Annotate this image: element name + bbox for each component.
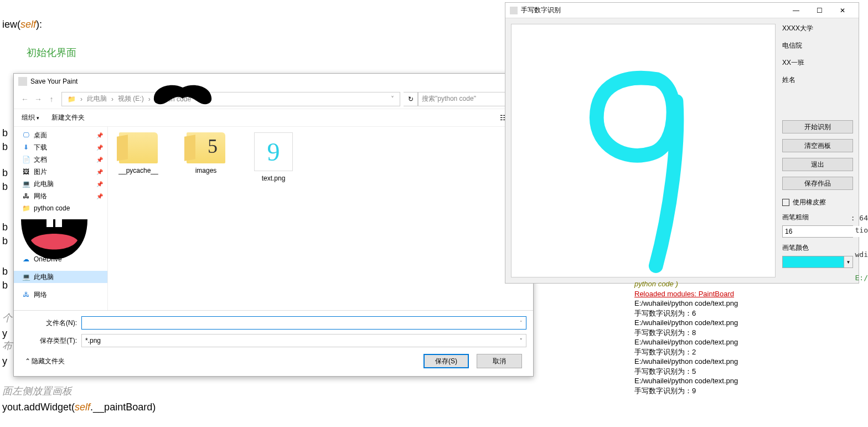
thickness-label: 画笔粗细	[782, 213, 853, 222]
sidebar-item-onedrive[interactable]: ☁OneDrive	[14, 253, 107, 265]
recognize-button[interactable]: 开始识别	[782, 120, 853, 133]
color-swatch	[783, 256, 844, 267]
exit-button[interactable]: 退出	[782, 158, 853, 171]
sidebar-item-thispc2[interactable]: 💻此电脑	[14, 271, 107, 283]
dialog-title: Save Your Paint	[30, 78, 78, 85]
console-line: 手写数字识别为：2	[634, 347, 867, 357]
clear-button[interactable]: 清空画板	[782, 139, 853, 152]
save-button[interactable]: 保存(S)	[423, 354, 469, 368]
code-frag: iew(	[2, 19, 20, 30]
edge-text: tio	[855, 226, 868, 234]
control-panel: XXXX大学 电信院 XX一班 姓名 开始识别 清空画板 退出 保存作品 使用橡…	[782, 24, 853, 277]
console-line: E:/wuhailei/python code/text.png	[634, 318, 867, 328]
pin-icon: 📌	[96, 193, 103, 199]
folder-item[interactable]: __pycache__	[113, 132, 163, 174]
label-name: 姓名	[782, 75, 853, 85]
sidebar-item-network[interactable]: 🖧网络📌	[14, 190, 107, 202]
code-self: self	[20, 19, 36, 30]
organize-menu[interactable]: 组织	[22, 113, 39, 122]
save-dialog: Save Your Paint ✕ ← → ↑ 📁 ›此电脑 ›视频 (E:) …	[13, 73, 534, 377]
filetype-label: 保存类型(T):	[20, 336, 81, 346]
sidebar: 🖵桌面📌 ⬇下载📌 📄文档📌 🖼图片📌 💻此电脑📌 🖧网络📌 📁python c…	[14, 127, 108, 310]
back-icon[interactable]: ←	[18, 92, 32, 106]
search-placeholder: 搜索"python code"	[422, 94, 476, 104]
console-line: 手写数字识别为：5	[634, 367, 867, 377]
code-frag: .__paintBoard)	[90, 402, 156, 413]
code-comment: 初始化界面	[2, 33, 459, 61]
color-label: 画笔颜色	[782, 243, 853, 253]
paint-canvas[interactable]	[511, 24, 776, 277]
recognition-window: 手写数字识别 — ☐ ✕ XXXX大学 电信院 XX一班 姓名 开始识别 清空画…	[505, 2, 859, 284]
sidebar-item-desktop[interactable]: 🖵桌面📌	[14, 129, 107, 141]
code-frag: ):	[36, 19, 42, 30]
filename-input[interactable]: ˅	[81, 316, 526, 330]
sidebar-item-network2[interactable]: 🖧网络	[14, 289, 107, 301]
new-folder-button[interactable]: 新建文件夹	[51, 113, 85, 122]
label-university: XXXX大学	[782, 24, 853, 33]
app-icon	[18, 77, 27, 86]
label-college: 电信院	[782, 41, 853, 50]
console-line: Reloaded modules: PaintBoard	[634, 289, 867, 299]
folder-item[interactable]: images	[181, 132, 231, 174]
code-comment: 面左侧放置画板	[2, 383, 156, 399]
console-line: E:/wuhailei/python code/text.png	[634, 299, 867, 308]
save-paint-button[interactable]: 保存作品	[782, 177, 853, 190]
sidebar-item-documents[interactable]: 📄文档📌	[14, 153, 107, 166]
crumb[interactable]: python code	[155, 95, 191, 103]
window-title: 手写数字识别	[521, 6, 561, 15]
pin-icon: 📌	[96, 132, 103, 138]
filename-label: 文件名(N):	[20, 318, 81, 328]
file-item[interactable]: 9text.png	[249, 132, 298, 182]
refresh-icon[interactable]: ↻	[404, 92, 418, 106]
cancel-button[interactable]: 取消	[477, 354, 522, 368]
console-output: python code ) Reloaded modules: PaintBoa…	[634, 279, 867, 396]
crumb[interactable]: 视频 (E:)	[118, 94, 144, 104]
eraser-checkbox[interactable]: 使用橡皮擦	[782, 198, 853, 207]
edge-text: wdi	[855, 250, 868, 259]
pin-icon: 📌	[96, 145, 103, 151]
minimize-icon[interactable]: —	[784, 4, 808, 17]
label-class: XX一班	[782, 58, 853, 68]
toolbar: 组织 新建文件夹 ☷ ▾ ?	[14, 109, 533, 127]
breadcrumb[interactable]: 📁 ›此电脑 ›视频 (E:) ›python code › ˅	[61, 92, 400, 106]
nav-bar: ← → ↑ 📁 ›此电脑 ›视频 (E:) ›python code › ˅ ↻…	[14, 89, 533, 109]
up-icon[interactable]: ↑	[45, 92, 58, 106]
console-line: E:/wuhailei/python code/text.png	[634, 357, 867, 367]
forward-icon[interactable]: →	[32, 92, 45, 106]
thickness-spinner[interactable]: ▲▼	[782, 225, 853, 238]
filetype-select[interactable]: *.png˅	[81, 334, 526, 347]
console-line: python code )	[634, 279, 867, 289]
dialog-titlebar: Save Your Paint ✕	[14, 74, 533, 89]
drawn-digit	[512, 24, 775, 277]
crumb[interactable]: 此电脑	[87, 94, 107, 104]
sidebar-item-pythoncode[interactable]: 📁python code	[14, 202, 107, 214]
close-icon[interactable]: ✕	[831, 4, 854, 17]
console-line: 手写数字识别为：9	[634, 386, 867, 396]
app-icon	[510, 7, 518, 14]
pin-icon: 📌	[96, 181, 103, 187]
sidebar-item-pictures[interactable]: 🖼图片📌	[14, 166, 107, 178]
edge-text: : 64	[851, 214, 868, 222]
pin-icon: 📌	[96, 157, 103, 163]
console-line: E:/wuhailei/python code/text.png	[634, 376, 867, 386]
console-line: 手写数字识别为：8	[634, 328, 867, 338]
maximize-icon[interactable]: ☐	[808, 4, 831, 17]
dialog-footer: 文件名(N):˅ 保存类型(T):*.png˅ ⌃隐藏文件夹 保存(S) 取消	[14, 310, 533, 376]
chevron-down-icon[interactable]: ▼	[844, 256, 852, 267]
edge-text: E:/	[855, 274, 868, 282]
sidebar-item-downloads[interactable]: ⬇下载📌	[14, 141, 107, 153]
console-line: E:/wuhailei/python code/text.png	[634, 337, 867, 347]
pin-icon: 📌	[96, 169, 103, 175]
hide-folders-toggle[interactable]: ⌃隐藏文件夹	[25, 357, 65, 366]
file-grid[interactable]: __pycache__ images 9text.png	[108, 127, 533, 310]
code-self: self	[75, 402, 90, 413]
console-line: 手写数字识别为：6	[634, 308, 867, 318]
recog-titlebar: 手写数字识别 — ☐ ✕	[505, 3, 859, 18]
color-picker[interactable]: ▼	[782, 256, 853, 268]
code-frag: yout.addWidget(	[2, 402, 75, 413]
sidebar-item-thispc[interactable]: 💻此电脑📌	[14, 178, 107, 190]
